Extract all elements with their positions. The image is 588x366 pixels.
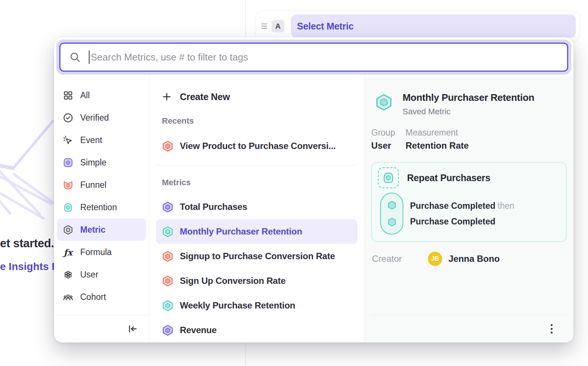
creator-row: Creator JB Jenna Bono [371, 252, 567, 266]
list-divider [156, 165, 357, 165]
meta-label-measurement: Measurement [406, 128, 469, 138]
sidebar-item-label: Event [80, 135, 102, 145]
collapse-sidebar-icon[interactable] [128, 324, 138, 334]
search-icon [69, 52, 81, 63]
sidebar-item-cohort[interactable]: Cohort [57, 286, 146, 308]
meta-value-group: User [371, 140, 396, 151]
sidebar-item-simple[interactable]: Simple [57, 151, 146, 174]
metric-row-bar: A Select Metric [256, 11, 579, 41]
creator-name: Jenna Bono [448, 254, 500, 264]
block-label-badge: A [272, 20, 284, 32]
creator-label: Creator [372, 254, 428, 264]
sidebar-item-label: Verified [80, 113, 109, 123]
definition-title: Repeat Purchasers [407, 173, 490, 183]
list-item-name: Revenue [180, 325, 217, 335]
formula-icon: ƒx [63, 247, 73, 257]
search-focus-ring [56, 40, 571, 75]
definition-card: Repeat Purchasers Purchase Completedthen… [371, 162, 567, 242]
sidebar-item-label: Cohort [80, 292, 106, 302]
background-heading-partial: et started. [0, 237, 54, 250]
verified-badge-icon [63, 113, 73, 123]
plus-icon [162, 92, 172, 102]
list-item-name: Signup to Purchase Conversion Rate [180, 251, 335, 261]
create-new-label: Create New [180, 92, 230, 102]
list-item-name: Weekly Purchase Retention [180, 300, 295, 311]
sidebar-item-label: All [80, 90, 90, 100]
sidebar-item-metric[interactable]: Metric [57, 218, 146, 241]
user-flower-icon [63, 270, 73, 280]
search-input[interactable] [91, 52, 567, 63]
simple-metric-icon [63, 158, 73, 168]
sidebar-footer [54, 315, 149, 342]
event-sequence-capsule [380, 193, 403, 235]
select-metric-label: Select Metric [297, 21, 354, 32]
detail-title: Monthly Purchaser Retention [403, 92, 534, 103]
avatar: JB [428, 252, 442, 266]
sidebar-item-label: Retention [80, 202, 117, 213]
metric-list-panel: Create New Recents View Product to Purch… [149, 77, 365, 342]
sidebar-item-all[interactable]: All [57, 84, 146, 106]
event-hexagon-icon [387, 217, 397, 227]
definition-step: Purchase Completed [410, 217, 514, 227]
event-hexagon-icon [387, 200, 397, 210]
sidebar-item-label: User [80, 270, 98, 280]
list-item-metric[interactable]: Signup to Purchase Conversion Rate [156, 244, 357, 269]
metric-hexagon-icon [162, 226, 173, 238]
text-cursor [89, 50, 90, 64]
detail-meta: Group User Measurement Retention Rate [371, 128, 567, 151]
search-bar[interactable] [59, 43, 568, 72]
list-item-name: Monthly Purchaser Retention [180, 226, 302, 237]
list-item-name: Total Purchases [180, 202, 247, 212]
step-connector: then [498, 201, 514, 211]
sidebar-item-label: Metric [80, 225, 106, 235]
metric-hexagon-icon [162, 251, 173, 262]
metric-picker-modal: All Verified [54, 37, 573, 342]
metrics-section-label: Metrics [156, 178, 357, 187]
detail-footer [371, 315, 567, 342]
metric-hexagon-icon [162, 325, 173, 336]
list-item-metric[interactable]: Revenue [156, 318, 357, 342]
meta-value-measurement: Retention Rate [406, 140, 469, 151]
list-item-metric[interactable]: Weekly Purchase Retention [156, 293, 357, 318]
list-item-name: View Product to Purchase Conversi... [180, 141, 336, 151]
drag-handle-icon[interactable] [261, 24, 267, 29]
sidebar-item-label: Simple [80, 158, 106, 168]
list-item-metric-selected[interactable]: Monthly Purchaser Retention [156, 219, 357, 244]
funnel-icon [63, 180, 73, 190]
category-sidebar: All Verified [54, 77, 149, 342]
metric-detail-panel: Monthly Purchaser Retention Saved Metric… [365, 77, 573, 342]
list-item-recent[interactable]: View Product to Purchase Conversi... [156, 134, 357, 158]
metric-hexagon-icon [162, 275, 173, 287]
detail-subtitle: Saved Metric [403, 107, 534, 117]
sidebar-item-formula[interactable]: ƒx Formula [57, 241, 146, 263]
sidebar-item-label: Funnel [80, 180, 106, 190]
meta-label-group: Group [371, 128, 396, 138]
metric-hexagon-icon [162, 201, 173, 213]
sidebar-item-label: Formula [80, 247, 112, 257]
sidebar-item-funnel[interactable]: Funnel [57, 174, 146, 196]
list-item-metric[interactable]: Sign Up Conversion Rate [156, 269, 357, 293]
sidebar-item-retention[interactable]: Retention [57, 196, 146, 218]
metric-hexagon-icon-large [375, 93, 393, 111]
definition-step: Purchase Completedthen [410, 201, 514, 211]
recents-section-label: Recents [156, 116, 357, 126]
select-metric-button[interactable]: Select Metric [291, 15, 576, 38]
event-cursor-icon [63, 135, 73, 145]
sidebar-item-verified[interactable]: Verified [57, 106, 146, 129]
decorative-lines [0, 106, 57, 230]
behavior-icon [378, 167, 399, 188]
funnel-metric-hexagon-icon [162, 140, 173, 152]
more-options-icon[interactable] [548, 322, 555, 336]
sidebar-item-user[interactable]: User [57, 263, 146, 286]
cohort-icon [63, 292, 73, 302]
sidebar-item-event[interactable]: Event [57, 129, 146, 151]
list-item-metric[interactable]: Total Purchases [156, 195, 357, 219]
grid-icon [63, 90, 73, 100]
create-new-button[interactable]: Create New [156, 86, 357, 108]
retention-icon [63, 202, 73, 213]
metric-hexagon-icon [162, 300, 173, 311]
list-item-name: Sign Up Conversion Rate [180, 276, 285, 286]
metric-hexagon-icon [63, 225, 73, 235]
